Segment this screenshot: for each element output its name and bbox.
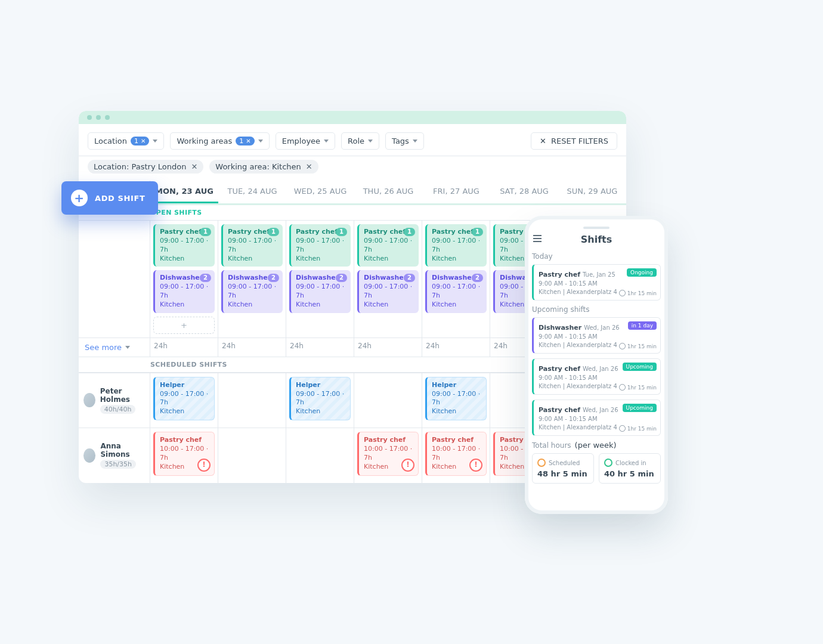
close-icon[interactable]: ✕	[191, 162, 197, 171]
day-header-thu[interactable]: THU, 26 AUG	[354, 181, 422, 203]
mobile-shift-card[interactable]: DishwasherWed, Jan 26 9:00 AM - 10:15 AM…	[532, 317, 661, 354]
employee-name: Peter Holmes	[100, 387, 145, 404]
avatar	[83, 393, 95, 407]
scheduled-shift-card[interactable]: Helper09:00 - 17:00 · 7hKitchen	[425, 377, 487, 420]
chevron-down-icon	[324, 140, 329, 143]
filter-bar: Location 1✕ Working areas 1✕ Employee Ro…	[79, 124, 626, 156]
chevron-down-icon	[413, 140, 417, 143]
chip-area[interactable]: Working area: Kitchen✕	[209, 160, 318, 174]
scheduled-shift-card[interactable]: Helper09:00 - 17:00 · 7hKitchen	[289, 377, 351, 420]
scheduled-shift-card[interactable]: Pastry chef10:00 - 17:00 · 7hKitchen!	[153, 432, 215, 475]
chevron-down-icon	[368, 140, 373, 143]
employee-hours: 35h/35h	[100, 460, 136, 469]
scheduled-shift-card[interactable]: Pastry chef10:00 - 17:00 · 7hKitchen!	[357, 432, 419, 475]
open-shift-card[interactable]: Pastry chef09:00 - 17:00 · 7hKitchen1	[425, 224, 487, 267]
open-shift-card[interactable]: Pastry chef09:00 - 17:00 · 7hKitchen1	[221, 224, 283, 267]
day-header-fri[interactable]: FRI, 27 AUG	[422, 181, 490, 203]
mobile-total-hours-label: Total hours	[532, 441, 571, 450]
mobile-preview: Shifts Today Pastry chefTue, Jan 25 9:00…	[525, 216, 668, 514]
open-shift-card[interactable]: Pastry chef09:00 - 17:00 · 7hKitchen1	[357, 224, 419, 267]
clock-icon	[537, 459, 546, 467]
day-header-sat[interactable]: SAT, 28 AUG	[490, 181, 558, 203]
alert-icon: !	[401, 459, 414, 472]
filter-location[interactable]: Location 1✕	[88, 132, 164, 150]
scheduled-shift-card[interactable]: Helper09:00 - 17:00 · 7hKitchen	[153, 377, 215, 420]
status-badge: Upcoming	[623, 363, 657, 371]
employee-row[interactable]: Anna Simons 35h/35h	[79, 428, 150, 482]
duration-label: 1hr 15 min	[619, 290, 657, 296]
chip-location[interactable]: Location: Pastry London✕	[88, 160, 203, 174]
total-clocked-in: Clocked in 40 hr 5 min	[599, 453, 661, 484]
close-icon: ✕	[540, 137, 546, 145]
day-header-wed[interactable]: WED, 25 AUG	[286, 181, 354, 203]
day-total: 24h	[286, 338, 354, 357]
check-icon	[604, 459, 612, 467]
add-shift-slot[interactable]: +	[153, 317, 215, 334]
employee-name: Anna Simons	[100, 442, 145, 459]
reset-filters-button[interactable]: ✕ RESET FILTERS	[531, 132, 617, 150]
day-total: 24h	[150, 338, 218, 357]
open-shift-card[interactable]: Dishwasher09:00 - 17:00 · 7hKitchen2	[357, 270, 419, 312]
duration-label: 1hr 15 min	[619, 384, 657, 391]
mobile-shift-card[interactable]: Pastry chefWed, Jan 26 9:00 AM - 10:15 A…	[532, 358, 661, 395]
avatar	[83, 448, 95, 463]
mobile-section-today: Today	[532, 252, 661, 261]
status-badge: Ongoing	[627, 268, 657, 277]
mobile-section-upcoming: Upcoming shifts	[532, 305, 661, 314]
plus-icon: +	[71, 190, 88, 206]
open-shift-card[interactable]: Dishwasher09:00 - 17:00 · 7hKitchen2	[289, 270, 351, 312]
clear-icon[interactable]: ✕	[141, 138, 146, 144]
open-shift-card[interactable]: Dishwasher09:00 - 17:00 · 7hKitchen2	[425, 270, 487, 312]
filter-location-label: Location	[94, 137, 127, 145]
filter-location-badge[interactable]: 1✕	[131, 137, 149, 145]
chevron-down-icon	[125, 346, 130, 349]
mobile-title: Shifts	[581, 234, 612, 245]
status-badge: Upcoming	[623, 404, 657, 412]
open-shift-card[interactable]: Dishwasher09:00 - 17:00 · 7hKitchen2	[221, 270, 283, 312]
close-icon[interactable]: ✕	[306, 162, 313, 171]
chevron-down-icon	[258, 140, 263, 143]
mobile-shift-card[interactable]: Pastry chefTue, Jan 25 9:00 AM - 10:15 A…	[532, 264, 661, 301]
mobile-shift-card[interactable]: Pastry chefWed, Jan 26 9:00 AM - 10:15 A…	[532, 400, 661, 436]
see-more-button[interactable]: See more	[79, 338, 150, 357]
window-chrome	[79, 111, 626, 124]
phone-notch	[583, 227, 609, 229]
employee-row[interactable]: Peter Holmes 40h/40h	[79, 373, 150, 428]
day-total: 24h	[354, 338, 422, 357]
filter-working-areas[interactable]: Working areas 1✕	[170, 132, 269, 150]
applied-filters: Location: Pastry London✕ Working area: K…	[79, 156, 626, 181]
add-shift-button[interactable]: + ADD SHIFT	[61, 181, 158, 215]
open-shift-card[interactable]: Pastry chef09:00 - 17:00 · 7hKitchen1	[289, 224, 351, 267]
filter-employee[interactable]: Employee	[276, 132, 335, 150]
day-total: 24h	[218, 338, 286, 357]
total-scheduled: Scheduled 48 hr 5 min	[532, 453, 594, 484]
filter-working-areas-label: Working areas	[177, 137, 232, 145]
open-shift-card[interactable]: Pastry chef 09:00 - 17:00 · 7h Kitchen 1	[153, 224, 215, 267]
day-total: 24h	[422, 338, 490, 357]
day-header-sun[interactable]: SUN, 29 AUG	[558, 181, 626, 203]
alert-icon: !	[197, 459, 211, 472]
status-badge: in 1 day	[628, 321, 657, 330]
day-header-mon[interactable]: MON, 23 AUG	[150, 181, 218, 203]
scheduled-shift-card[interactable]: Pastry chef10:00 - 17:00 · 7hKitchen!	[425, 432, 487, 475]
filter-areas-badge[interactable]: 1✕	[236, 137, 254, 145]
filter-role[interactable]: Role	[341, 132, 379, 150]
menu-icon[interactable]	[533, 235, 542, 242]
clear-icon[interactable]: ✕	[246, 138, 250, 144]
open-shift-card[interactable]: Dishwasher 09:00 - 17:00 · 7h Kitchen 2	[153, 270, 215, 312]
employee-hours: 40h/40h	[100, 405, 136, 414]
chevron-down-icon	[153, 140, 157, 143]
day-header-tue[interactable]: TUE, 24 AUG	[218, 181, 286, 203]
duration-label: 1hr 15 min	[619, 343, 657, 349]
alert-icon: !	[469, 459, 482, 472]
filter-tags[interactable]: Tags	[385, 132, 424, 150]
duration-label: 1hr 15 min	[619, 425, 657, 432]
